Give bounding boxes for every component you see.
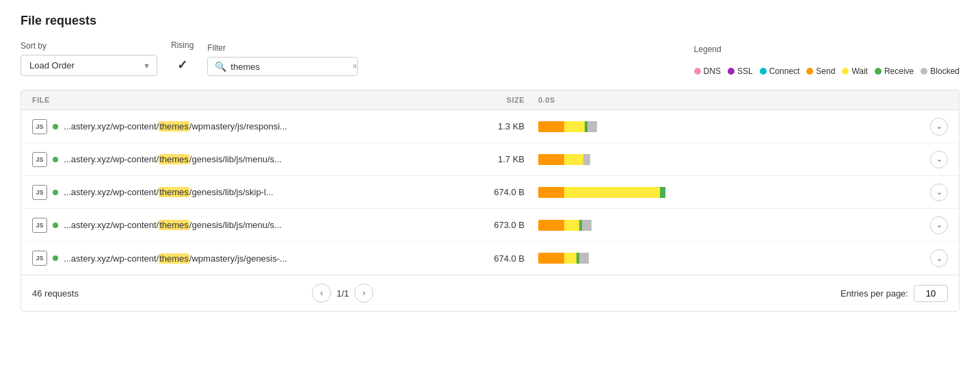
timing-bar [538, 154, 925, 165]
expand-row-button[interactable]: ⌄ [930, 216, 948, 234]
table-body: JS...astery.xyz/wp-content/themes/wpmast… [21, 110, 959, 275]
timeline-cell: ⌄ [538, 216, 948, 234]
legend-label: DNS [704, 66, 721, 76]
expand-row-button[interactable]: ⌄ [930, 118, 948, 136]
legend-label: Connect [769, 66, 800, 76]
highlight-text: themes [159, 253, 189, 264]
col-timeline-header: 0.0s [538, 96, 948, 104]
js-file-icon: JS [32, 251, 47, 266]
legend-label: Send [816, 66, 835, 76]
file-path: ...astery.xyz/wp-content/themes/wpmaster… [64, 253, 287, 264]
bar-segment [564, 253, 577, 264]
search-icon: 🔍 [215, 61, 226, 72]
expand-row-button[interactable]: ⌄ [930, 184, 948, 201]
legend-items: DNSSSLConnectSendWaitReceiveBlocked [694, 66, 959, 76]
bar-segment [538, 187, 564, 198]
sort-by-group: Sort by Load Order Size Duration Start T… [21, 41, 157, 76]
bar-segment [564, 121, 585, 132]
sort-by-select[interactable]: Load Order Size Duration Start Time [21, 55, 157, 76]
legend-item-connect: Connect [760, 66, 800, 76]
request-count: 46 requests [32, 288, 79, 299]
js-file-icon: JS [32, 218, 47, 233]
js-file-icon: JS [32, 152, 47, 167]
highlight-text: themes [159, 187, 189, 197]
size-cell: 673.0 B [456, 220, 538, 230]
rising-group: Rising ✓ [171, 40, 194, 76]
filter-wrapper: 🔍 × [207, 57, 358, 76]
filter-input[interactable] [230, 62, 345, 72]
legend-label: Receive [884, 66, 914, 76]
status-dot [53, 190, 58, 195]
legend-item-ssl: SSL [728, 66, 753, 76]
expand-row-button[interactable]: ⌄ [930, 151, 948, 168]
js-file-icon: JS [32, 185, 47, 200]
highlight-text: themes [159, 121, 189, 131]
file-cell: JS...astery.xyz/wp-content/themes/genesi… [32, 152, 456, 167]
table-row: JS...astery.xyz/wp-content/themes/wpmast… [21, 110, 959, 143]
sort-by-label: Sort by [21, 41, 157, 51]
highlight-text: themes [159, 220, 189, 230]
legend-item-receive: Receive [875, 66, 914, 76]
file-cell: JS...astery.xyz/wp-content/themes/wpmast… [32, 119, 456, 134]
timing-bar [538, 220, 925, 231]
file-requests-table: FILE SIZE 0.0s JS...astery.xyz/wp-conten… [21, 90, 959, 312]
timeline-cell: ⌄ [538, 249, 948, 267]
col-file-header: FILE [32, 96, 456, 104]
legend-dot [694, 68, 701, 75]
bar-segment [538, 154, 564, 165]
bar-segment [660, 187, 665, 198]
pagination: ‹ 1/1 › [312, 284, 373, 303]
size-cell: 1.3 KB [456, 121, 538, 131]
next-page-button[interactable]: › [354, 284, 373, 303]
legend-label: Blocked [930, 66, 959, 76]
table-row: JS...astery.xyz/wp-content/themes/wpmast… [21, 242, 959, 275]
entries-per-page-group: Entries per page: [840, 285, 948, 302]
timing-bar [538, 121, 925, 132]
file-path: ...astery.xyz/wp-content/themes/genesis/… [64, 187, 274, 197]
filter-group: Filter 🔍 × [207, 43, 358, 76]
table-header: FILE SIZE 0.0s [21, 90, 959, 110]
timeline-cell: ⌄ [538, 118, 948, 136]
entries-label: Entries per page: [840, 288, 908, 299]
col-size-header: SIZE [456, 96, 538, 104]
timing-bar [538, 253, 925, 264]
filter-label: Filter [207, 43, 358, 53]
file-path: ...astery.xyz/wp-content/themes/wpmaster… [64, 121, 287, 131]
size-cell: 674.0 B [456, 253, 538, 264]
page-title: File requests [21, 14, 959, 28]
status-dot [53, 223, 58, 228]
legend-title: Legend [694, 45, 721, 54]
legend-dot [760, 68, 767, 75]
legend-label: Wait [851, 66, 868, 76]
filter-clear-button[interactable]: × [352, 62, 357, 71]
prev-page-button[interactable]: ‹ [312, 284, 331, 303]
legend-item-wait: Wait [842, 66, 868, 76]
table-row: JS...astery.xyz/wp-content/themes/genesi… [21, 143, 959, 176]
bar-segment [564, 220, 579, 231]
file-cell: JS...astery.xyz/wp-content/themes/genesi… [32, 218, 456, 233]
bar-segment [538, 253, 564, 264]
legend-dot [728, 68, 734, 75]
rising-label: Rising [171, 40, 194, 50]
legend-item-dns: DNS [694, 66, 721, 76]
legend-label: SSL [737, 66, 753, 76]
controls-bar: Sort by Load Order Size Duration Start T… [21, 40, 959, 76]
rising-checkmark[interactable]: ✓ [177, 54, 187, 76]
bar-segment [583, 154, 590, 165]
legend-dot [806, 68, 813, 75]
size-cell: 1.7 KB [456, 154, 538, 164]
expand-row-button[interactable]: ⌄ [930, 249, 948, 267]
legend-container: Legend DNSSSLConnectSendWaitReceiveBlock… [694, 45, 959, 76]
legend-dot [921, 68, 927, 75]
legend-dot [842, 68, 849, 75]
legend-dot [875, 68, 882, 75]
table-footer: 46 requests ‹ 1/1 › Entries per page: [21, 275, 959, 311]
legend-item-send: Send [806, 66, 835, 76]
timeline-cell: ⌄ [538, 184, 948, 201]
sort-select-wrapper: Load Order Size Duration Start Time ▼ [21, 55, 157, 76]
page-info: 1/1 [336, 288, 349, 299]
status-dot [53, 255, 58, 261]
bar-segment [538, 121, 564, 132]
legend-item-blocked: Blocked [921, 66, 959, 76]
entries-per-page-input[interactable] [914, 285, 948, 302]
